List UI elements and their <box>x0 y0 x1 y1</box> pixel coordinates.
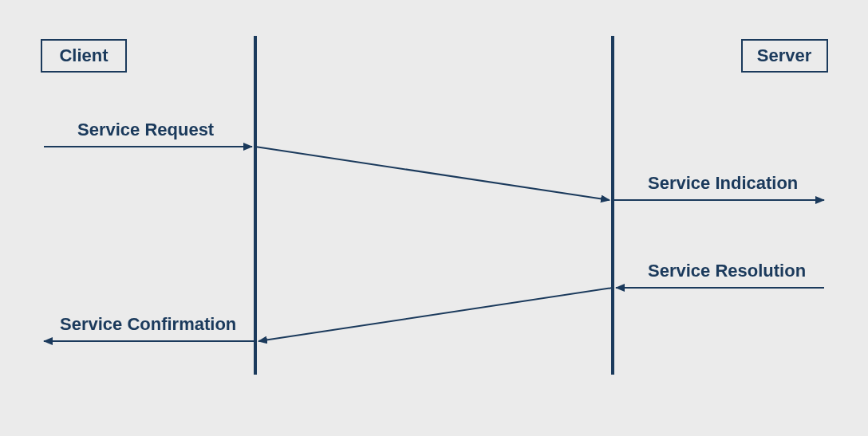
arrow-client-to-server <box>255 147 610 200</box>
label-service-indication: Service Indication <box>648 173 798 193</box>
label-service-resolution: Service Resolution <box>648 261 806 281</box>
client-label: Client <box>59 45 108 65</box>
label-service-confirmation: Service Confirmation <box>60 314 236 334</box>
sequence-diagram: Client Server Service Request Service In… <box>0 0 868 436</box>
server-label: Server <box>757 45 812 65</box>
label-service-request: Service Request <box>77 120 215 139</box>
arrow-server-to-client <box>258 288 613 341</box>
